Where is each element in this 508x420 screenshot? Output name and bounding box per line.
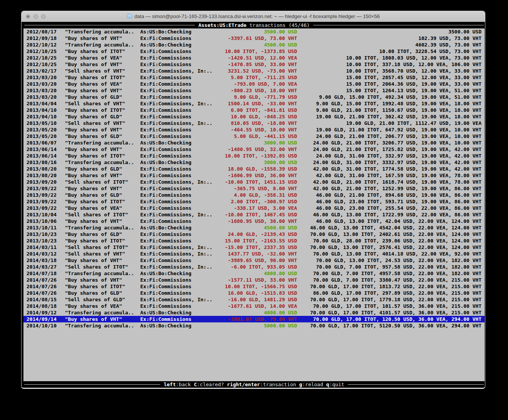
hledger-screen: Assets:US:ETrade transactions (45/46) 20… [23, 22, 485, 388]
balance-amount: 70.00 GLD, 13.00 ITOT, 4014.18 USD, 22.0… [297, 251, 481, 257]
description: "Buy shares of VHT" [65, 61, 140, 68]
transaction-row[interactable]: 2014/03/18"Buy shares of VHT"Ex:Fi:Commi… [23, 257, 485, 264]
transaction-row[interactable]: 2013/06/14"Buy shares of ITOT"Ex:Fi:Comm… [23, 153, 485, 159]
change-amount: -1577.11 USD, 33.00 VHT [217, 277, 297, 283]
hint-desc: :back [176, 382, 191, 387]
balance-amount: 70.00 GLD, 17.00 ITOT, 120.50 USD, 36.00… [297, 316, 481, 322]
description: "Buy shares of VHT" [65, 218, 140, 224]
zoom-button-icon[interactable] [41, 14, 46, 19]
window-titlebar[interactable]: data — simon@pool-71-165-239-133.lsanca.… [22, 11, 485, 22]
transaction-row[interactable]: 2014/09/14"Buy shares of VHT"Ex:Fi:Commi… [23, 316, 485, 322]
folder-icon [127, 14, 132, 18]
balance-amount: 10.00 ITOT, 3568.70 USD, 12.00 VEA, 33.0… [297, 68, 481, 74]
change-amount: -1680.95 USD, 38.00 VHT [217, 218, 297, 224]
date: 2014/07/26 [27, 277, 65, 283]
transaction-row[interactable]: 2014/07/26"Buy shares of ITOT"Ex:Fi:Comm… [23, 283, 485, 290]
description: "Sell shares of ITOT" [65, 244, 140, 251]
balance-amount: 42.00 GLD, 31.00 ITOT, 167.59 USD, 19.00… [297, 172, 481, 179]
transaction-row[interactable]: 2013/10/04"Sell shares of ITOT"Ex:Fi:Com… [23, 211, 485, 218]
transaction-row[interactable]: 2014/09/12"Transfering accumula..As:US:B… [23, 309, 485, 316]
transaction-row[interactable]: 2013/03/20"Buy shares of GLD"Ex:Fi:Commi… [23, 94, 485, 100]
balance-amount: 19.00 GLD, 21.00 ITOT, 302.42 USD, 19.00… [297, 113, 481, 120]
description: "Buy shares of VEA" [65, 55, 140, 61]
transaction-row[interactable]: 2014/03/27"Sell shares of ITOT"Ex:Fi:Com… [23, 264, 485, 270]
balance-amount: 15.00 ITOT, 2857.45 USD, 12.00 VEA, 33.0… [297, 74, 481, 81]
change-amount: -10.00 ITOT, 1451.15 USD [217, 179, 297, 185]
transaction-row[interactable]: 2013/03/20"Buy shares of VHT"Ex:Fi:Commi… [23, 87, 485, 94]
accounts: Ex:Fi:Commissions, In:.. [140, 120, 217, 126]
transaction-row[interactable]: 2013/05/10"Sell shares of VHT"Ex:Fi:Comm… [23, 120, 485, 126]
balance-amount: 70.00 GLD, 13.00 ITOT, 2402.61 USD, 22.0… [297, 231, 481, 237]
transaction-row[interactable]: 2013/10/23"Buy shares of ITOT"Ex:Fi:Comm… [23, 237, 485, 244]
description: "Sell shares of GLD" [65, 296, 140, 303]
close-button-icon[interactable] [26, 14, 30, 19]
transaction-row[interactable]: 2013/08/20"Buy shares of GLD"Ex:Fi:Commi… [23, 166, 485, 172]
transaction-row[interactable]: 2013/09/22"Buy shares of ITOT"Ex:Fi:Comm… [23, 198, 485, 205]
transaction-row[interactable]: 2013/09/22"Buy shares of GLD"Ex:Fi:Commi… [23, 192, 485, 198]
transaction-row[interactable]: 2013/04/10"Buy shares of GLD"Ex:Fi:Commi… [23, 113, 485, 120]
transaction-row[interactable]: 2013/02/17"Sell shares of VHT"Ex:Fi:Comm… [23, 68, 485, 74]
accounts: Ex:Fi:Commissions, In:.. [140, 179, 217, 185]
transaction-row[interactable]: 2013/08/16"Transfering accumula..As:US:B… [23, 159, 485, 166]
transaction-row[interactable]: 2013/10/06"Buy shares of VHT"Ex:Fi:Commi… [23, 218, 485, 224]
terminal-content: Assets:US:ETrade transactions (45/46) 20… [22, 22, 485, 388]
description: "Buy shares of GLD" [65, 231, 140, 237]
transaction-row[interactable]: 2012/10/25"Buy shares of VEA"Ex:Fi:Commi… [23, 55, 485, 61]
transaction-row[interactable]: 2012/10/12"Transfering accumula..As:US:B… [23, 42, 485, 48]
description: "Transfering accumula.. [65, 159, 140, 166]
accounts: Ex:Fi:Commissions, In:.. [140, 296, 217, 303]
transaction-row[interactable]: 2013/09/22"Buy shares of VHT"Ex:Fi:Commi… [23, 185, 485, 192]
transaction-row[interactable]: 2013/05/20"Buy shares of VHT"Ex:Fi:Commi… [23, 126, 485, 133]
balance-amount: 70.00 GLD, 7.00 ITOT, 957.58 USD, 22.00 … [297, 264, 481, 270]
transaction-row[interactable]: 2013/03/20"Buy shares of ITOT"Ex:Fi:Comm… [23, 74, 485, 81]
date: 2014/03/18 [27, 257, 65, 264]
transaction-row[interactable]: 2014/10/10"Transfering accumula..As:US:B… [23, 322, 485, 329]
minimize-button-icon[interactable] [33, 14, 38, 19]
transaction-row[interactable]: 2014/08/18"Buy shares of VEA"Ex:Fi:Commi… [23, 303, 485, 309]
description: "Buy shares of ITOT" [65, 198, 140, 205]
transaction-row[interactable]: 2014/07/26"Buy shares of VHT"Ex:Fi:Commi… [23, 277, 485, 283]
accounts: Ex:Fi:Commissions [140, 231, 217, 237]
transaction-row[interactable]: 2014/08/15"Sell shares of GLD"Ex:Fi:Comm… [23, 296, 485, 303]
description: "Buy shares of VEA" [65, 303, 140, 309]
accounts: Ex:Fi:Commissions [140, 303, 217, 309]
transaction-row[interactable]: 2012/08/17"Transfering accumula..As:US:B… [23, 28, 485, 35]
accounts: As:US:Bo:Checking [140, 270, 217, 277]
description: "Buy shares of ITOT" [65, 153, 140, 159]
accounts: As:US:Bo:Checking [140, 42, 217, 48]
change-amount: 10.00 ITOT, -1373.85 USD [217, 48, 297, 55]
accounts: As:US:Bo:Checking [140, 139, 217, 146]
transaction-row[interactable]: 2013/06/14"Buy shares of VHT"Ex:Fi:Commi… [23, 146, 485, 153]
description: "Buy shares of ITOT" [65, 107, 140, 113]
balance-amount: 70.00 GLD, 17.00 ITOT, 101.57 USD, 36.00… [297, 303, 481, 309]
balance-amount: 46.00 GLD, 23.00 ITOT, 255.54 USD, 22.00… [297, 205, 481, 211]
transaction-row[interactable]: 2013/04/10"Buy shares of ITOT"Ex:Fi:Comm… [23, 107, 485, 113]
transaction-row[interactable]: 2013/04/04"Sell shares of VHT"Ex:Fi:Comm… [23, 100, 485, 107]
date: 2012/10/25 [27, 61, 65, 68]
change-amount: -3397.61 USD, 73.00 VHT [217, 35, 297, 42]
terminal-window: data — simon@pool-71-165-239-133.lsanca.… [21, 11, 485, 389]
transaction-row[interactable]: 2013/05/20"Buy shares of GLD"Ex:Fi:Commi… [23, 133, 485, 139]
transaction-row[interactable]: 2013/10/23"Buy shares of GLD"Ex:Fi:Commi… [23, 231, 485, 237]
change-amount: 4.00 GLD, -358.31 USD [217, 192, 297, 198]
balance-amount: 46.00 GLD, 21.00 ITOT, 894.68 USD, 19.00… [297, 192, 481, 198]
transaction-row[interactable]: 2012/10/25"Buy shares of VHT"Ex:Fi:Commi… [23, 61, 485, 68]
transaction-row[interactable]: 2013/09/20"Sell shares of ITOT"Ex:Fi:Com… [23, 179, 485, 185]
transaction-row[interactable]: 2014/03/12"Sell shares of VHT"Ex:Fi:Comm… [23, 251, 485, 257]
change-amount: -10.00 ITOT, 1467.45 USD [217, 211, 297, 218]
transaction-row[interactable]: 2013/06/07"Transfering accumula..As:US:B… [23, 139, 485, 146]
transaction-row[interactable]: 2013/08/20"Buy shares of VHT"Ex:Fi:Commi… [23, 172, 485, 179]
change-amount: -1677.61 USD, 14.00 VEA [217, 303, 297, 309]
transaction-row[interactable]: 2012/09/18"Buy shares of VHT"Ex:Fi:Commi… [23, 35, 485, 42]
hint-key: right/enter [227, 382, 260, 387]
transaction-row[interactable]: 2012/10/25"Buy shares of ITOT"Ex:Fi:Comm… [23, 48, 485, 55]
transaction-row[interactable]: 2013/09/22"Buy shares of VEA"Ex:Fi:Commi… [23, 205, 485, 211]
transaction-row[interactable]: 2014/07/26"Buy shares of GLD"Ex:Fi:Commi… [23, 290, 485, 296]
transaction-row[interactable]: 2014/03/11"Sell shares of ITOT"Ex:Fi:Com… [23, 244, 485, 251]
date: 2012/09/18 [27, 35, 65, 42]
balance-amount: 10.00 ITOT, 3228.54 USD, 73.00 VHT [297, 48, 481, 55]
transaction-row[interactable]: 2013/03/20"Buy shares of VEA"Ex:Fi:Commi… [23, 81, 485, 87]
transaction-row[interactable]: 2013/10/11"Transfering accumula..As:US:B… [23, 224, 485, 231]
transaction-row[interactable]: 2014/07/18"Transfering accumula..As:US:B… [23, 270, 485, 277]
hint-key: left [164, 382, 176, 387]
